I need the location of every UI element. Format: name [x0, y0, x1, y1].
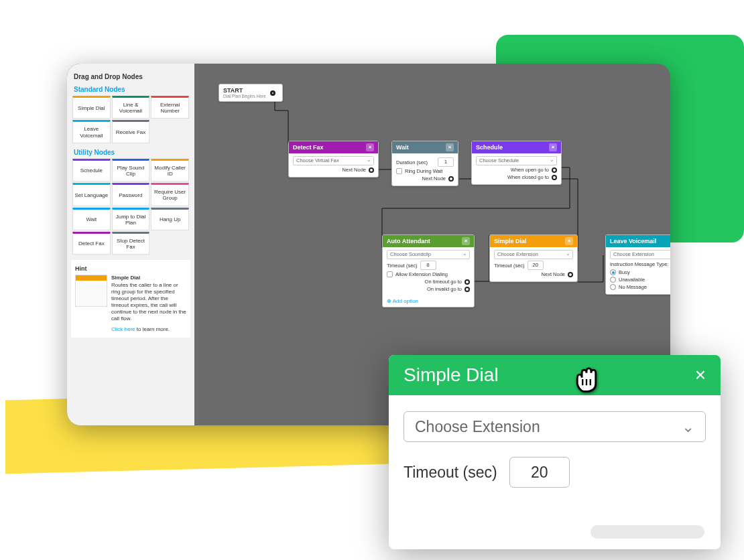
radio-label: No Message — [619, 284, 647, 290]
hint-link-tail: to learn more. — [135, 326, 170, 332]
port-icon[interactable] — [552, 167, 557, 173]
node-chip[interactable]: Detect Fax — [72, 232, 111, 255]
node-chip[interactable]: Set Language — [72, 183, 111, 206]
node-chip[interactable]: Hang Up — [151, 208, 189, 230]
chevron-down-icon: ⌄ — [682, 418, 694, 436]
node-chip[interactable]: Wait — [72, 208, 111, 230]
node-title: Detect Fax — [293, 144, 324, 151]
node-chip[interactable]: Password — [112, 183, 150, 206]
node-auto-attendant[interactable]: Auto Attendant × Choose Soundclip Timeou… — [382, 234, 475, 307]
port-icon[interactable] — [464, 279, 470, 285]
select-schedule[interactable]: Choose Schedule — [476, 156, 557, 165]
node-leave-voicemail[interactable]: Leave Voicemail × Choose Extension Instr… — [605, 234, 670, 295]
close-icon[interactable]: × — [462, 237, 470, 245]
modal-header[interactable]: Simple Dial × — [389, 355, 721, 395]
duration-label: Duration (sec) — [396, 159, 428, 165]
on-timeout-label: On timeout go to — [425, 279, 462, 285]
node-wait[interactable]: Wait × Duration (sec)1 Ring During Wait … — [391, 141, 458, 186]
node-chip[interactable]: Simple Dial — [72, 96, 111, 119]
node-title: Wait — [396, 144, 409, 151]
add-option-link[interactable]: Add option — [383, 296, 474, 307]
port-icon[interactable] — [369, 167, 374, 173]
radio-no-message[interactable] — [610, 284, 616, 290]
timeout-label: Timeout (sec) — [494, 263, 525, 269]
node-title: Auto Attendant — [387, 238, 430, 244]
section-standard-label: Standard Nodes — [74, 86, 188, 93]
modal-timeout-input[interactable]: 20 — [509, 457, 570, 488]
when-open-label: When open go to — [511, 167, 549, 173]
grab-cursor-icon — [571, 364, 602, 395]
select-virtual-fax[interactable]: Choose Virtual Fax — [293, 156, 374, 165]
next-node-label: Next Node — [343, 167, 366, 173]
duration-input[interactable]: 1 — [438, 157, 454, 167]
node-chip[interactable]: Stop Detect Fax — [112, 232, 150, 255]
hint-link[interactable]: Click here — [111, 326, 135, 332]
node-header[interactable]: Wait × — [392, 141, 458, 153]
port-icon[interactable] — [270, 90, 275, 96]
next-node-label: Next Node — [542, 271, 565, 277]
node-title: Simple Dial — [494, 238, 527, 244]
node-detect-fax[interactable]: Detect Fax × Choose Virtual Fax Next Nod… — [288, 141, 379, 178]
when-closed-label: When closed go to — [507, 174, 549, 180]
node-chip[interactable]: Jump to Dial Plan — [112, 208, 150, 230]
node-chip[interactable]: Require User Group — [151, 183, 189, 206]
hint-title: Simple Dial — [111, 275, 140, 281]
node-header[interactable]: Leave Voicemail × — [606, 235, 670, 247]
timeout-input[interactable]: 8 — [420, 261, 436, 270]
node-title: Schedule — [476, 144, 503, 151]
port-icon[interactable] — [464, 287, 470, 292]
on-invalid-label: On invalid go to — [427, 286, 462, 292]
allow-ext-checkbox[interactable] — [387, 271, 393, 277]
close-icon[interactable]: × — [695, 364, 706, 386]
node-chip[interactable]: Play Sound Clip — [112, 159, 150, 182]
node-chip[interactable]: Line & Voicemail — [112, 96, 150, 119]
node-chip[interactable]: External Number — [151, 96, 189, 119]
node-header[interactable]: Auto Attendant × — [383, 235, 474, 247]
node-chip[interactable]: Schedule — [72, 159, 111, 182]
section-utility-label: Utility Nodes — [74, 149, 188, 156]
node-chip[interactable]: Receive Fax — [112, 120, 150, 143]
hint-box: Hint Simple Dial Routes the caller to a … — [71, 260, 190, 338]
start-sub: Dial Plan Begins Here — [223, 94, 266, 98]
node-grid-standard: Simple DialLine & VoicemailExternal Numb… — [72, 96, 189, 143]
timeout-input[interactable]: 20 — [528, 261, 544, 270]
select-extension[interactable]: Choose Extension — [494, 250, 573, 259]
radio-unavailable[interactable] — [610, 277, 616, 283]
node-header[interactable]: Schedule × — [472, 141, 561, 153]
port-icon[interactable] — [552, 175, 557, 180]
select-extension[interactable]: Choose Extension — [610, 250, 670, 259]
close-icon[interactable]: × — [366, 143, 374, 151]
select-soundclip[interactable]: Choose Soundclip — [387, 250, 470, 259]
close-icon[interactable]: × — [446, 143, 454, 151]
hint-thumb — [75, 275, 107, 307]
allow-ext-label: Allow Extension Dialing — [395, 271, 448, 277]
port-icon[interactable] — [448, 176, 454, 182]
sidebar: Drag and Drop Nodes Standard Nodes Simpl… — [67, 64, 194, 425]
modal-title: Simple Dial — [404, 364, 499, 386]
modal-timeout-label: Timeout (sec) — [404, 464, 497, 482]
node-schedule[interactable]: Schedule × Choose Schedule When open go … — [471, 141, 562, 185]
simple-dial-modal[interactable]: Simple Dial × Choose Extension ⌄ Timeout… — [389, 355, 721, 549]
node-chip[interactable]: Modify Caller ID — [151, 159, 189, 182]
next-node-label: Next Node — [422, 176, 446, 182]
node-simple-dial[interactable]: Simple Dial × Choose Extension Timeout (… — [489, 234, 578, 282]
select-value: Choose Extension — [415, 418, 540, 436]
node-title: Leave Voicemail — [610, 238, 656, 244]
modal-footer-pill — [591, 525, 704, 539]
timeout-label: Timeout (sec) — [387, 263, 418, 269]
start-title: START — [223, 87, 266, 94]
msg-type-label: Instruction Message Type: — [610, 261, 670, 267]
node-chip[interactable]: Leave Voicemail — [72, 120, 111, 143]
node-header[interactable]: Detect Fax × — [289, 141, 378, 153]
node-start[interactable]: START Dial Plan Begins Here — [219, 84, 283, 102]
port-icon[interactable] — [568, 272, 573, 277]
radio-busy[interactable] — [610, 269, 616, 275]
close-icon[interactable]: × — [549, 143, 557, 151]
radio-label: Unavailable — [619, 277, 645, 283]
node-header[interactable]: Simple Dial × — [490, 235, 577, 247]
modal-select-extension[interactable]: Choose Extension ⌄ — [404, 411, 706, 442]
radio-label: Busy — [619, 269, 630, 275]
sidebar-title: Drag and Drop Nodes — [74, 73, 188, 80]
close-icon[interactable]: × — [565, 237, 573, 245]
ring-checkbox[interactable] — [396, 168, 402, 174]
